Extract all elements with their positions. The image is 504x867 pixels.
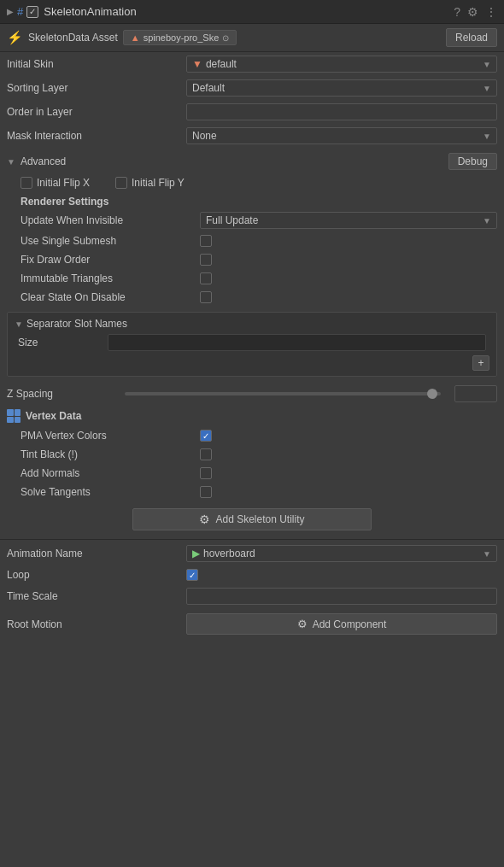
add-skeleton-utility-label: Add Skeleton Utility <box>215 513 304 525</box>
tint-black-checkbox[interactable] <box>200 448 212 460</box>
vertex-data-grid-icon <box>7 409 21 423</box>
settings-icon[interactable]: ⚙ <box>467 5 478 19</box>
advanced-collapse-icon[interactable]: ▼ <box>7 157 15 167</box>
sorting-layer-row: Sorting Layer Default ▼ <box>0 76 504 100</box>
z-spacing-slider[interactable] <box>125 392 441 395</box>
skeleton-asset-button[interactable]: ▲ spineboy-pro_Ske ⊙ <box>123 30 237 45</box>
initial-skin-label: Initial Skin <box>7 58 186 70</box>
use-single-submesh-row: Use Single Submesh <box>0 231 504 250</box>
tint-black-row: Tint Black (!) <box>0 445 504 464</box>
clear-state-checkbox[interactable] <box>200 291 212 303</box>
size-input[interactable]: 0 <box>108 334 486 351</box>
add-normals-checkbox[interactable] <box>200 467 212 479</box>
initial-flip-y-checkbox[interactable] <box>115 177 127 189</box>
separator-size-row: Size 0 <box>11 331 493 354</box>
checkbox-icon[interactable]: ✓ <box>26 6 38 18</box>
update-when-invisible-dropdown[interactable]: Full Update ▼ <box>200 212 497 229</box>
add-normals-row: Add Normals <box>0 464 504 483</box>
clear-state-row: Clear State On Disable <box>0 288 504 307</box>
order-in-layer-row: Order in Layer 0 <box>0 100 504 124</box>
vertex-data-header: Vertex Data <box>0 406 504 426</box>
sorting-layer-value: Default <box>192 82 225 94</box>
pma-vertex-colors-checkbox[interactable] <box>200 430 212 442</box>
mask-dropdown-arrow-icon: ▼ <box>483 132 491 141</box>
add-component-label: Add Component <box>313 618 387 630</box>
initial-flip-x-checkbox[interactable] <box>21 177 32 189</box>
order-in-layer-input[interactable]: 0 <box>186 103 497 120</box>
fix-draw-order-checkbox[interactable] <box>200 254 212 266</box>
initial-skin-dropdown[interactable]: ▼ default ▼ <box>186 56 497 73</box>
separator-add-row: + <box>11 354 493 372</box>
asset-circle-icon: ⊙ <box>222 33 229 43</box>
separator-header: ▼ Separator Slot Names <box>11 316 493 331</box>
bottom-section: Animation Name ▶ hoverboard ▼ Loop Time … <box>0 540 504 641</box>
time-scale-label: Time Scale <box>7 590 186 602</box>
animation-name-dropdown[interactable]: ▶ hoverboard ▼ <box>186 545 497 562</box>
immutable-triangles-label: Immutable Triangles <box>21 272 200 284</box>
initial-skin-value: default <box>206 58 237 70</box>
separator-section: ▼ Separator Slot Names Size 0 + <box>7 312 497 377</box>
vertex-data-title: Vertex Data <box>26 410 81 422</box>
pma-vertex-colors-label: PMA Vertex Colors <box>21 430 200 442</box>
debug-button[interactable]: Debug <box>448 153 497 170</box>
loop-checkbox[interactable] <box>186 569 198 581</box>
initial-flip-x-label: Initial Flip X <box>37 177 90 189</box>
sorting-layer-label: Sorting Layer <box>7 82 186 94</box>
main-panel: ⚡ SkeletonData Asset ▲ spineboy-pro_Ske … <box>0 24 504 641</box>
mask-interaction-label: Mask Interaction <box>7 130 186 142</box>
slider-thumb-icon[interactable] <box>427 389 437 399</box>
animation-name-value: hoverboard <box>203 548 255 559</box>
collapse-arrow-icon[interactable]: ▶ <box>7 7 14 16</box>
initial-skin-row: Initial Skin ▼ default ▼ <box>0 52 504 76</box>
size-label: Size <box>18 337 108 349</box>
asset-icon: ▲ <box>131 32 140 43</box>
root-motion-row: Root Motion ⚙ Add Component <box>0 608 504 640</box>
z-spacing-input[interactable]: 0 <box>454 385 497 402</box>
z-spacing-label: Z Spacing <box>7 388 118 400</box>
hash-icon: # <box>17 5 23 18</box>
animation-icon: ▶ <box>192 548 200 559</box>
sorting-layer-dropdown[interactable]: Default ▼ <box>186 79 497 97</box>
help-icon[interactable]: ? <box>454 5 460 19</box>
immutable-triangles-checkbox[interactable] <box>200 272 212 284</box>
mask-interaction-dropdown[interactable]: None ▼ <box>186 127 497 144</box>
update-when-invisible-row: Update When Invisible Full Update ▼ <box>0 209 504 231</box>
menu-icon[interactable]: ⋮ <box>485 5 497 19</box>
asset-name: spineboy-pro_Ske <box>144 32 220 43</box>
animation-name-label: Animation Name <box>7 548 186 559</box>
add-component-button[interactable]: ⚙ Add Component <box>186 613 497 635</box>
root-motion-label: Root Motion <box>7 618 186 630</box>
window-title: SkeletonAnimation <box>44 5 448 18</box>
order-in-layer-label: Order in Layer <box>7 106 186 118</box>
separator-collapse-icon[interactable]: ▼ <box>15 319 23 329</box>
spine-icon: ⚡ <box>7 30 23 45</box>
flip-y-item: Initial Flip Y <box>115 177 185 189</box>
time-scale-input[interactable]: 1 <box>186 588 497 605</box>
skeleton-data-row: ⚡ SkeletonData Asset ▲ spineboy-pro_Ske … <box>0 24 504 52</box>
advanced-header: ▼ Advanced Debug <box>0 149 504 173</box>
add-skeleton-utility-button[interactable]: ⚙ Add Skeleton Utility <box>132 508 372 530</box>
solve-tangents-checkbox[interactable] <box>200 486 212 498</box>
time-scale-row: Time Scale 1 <box>0 584 504 608</box>
renderer-settings-label: Renderer Settings <box>0 192 504 209</box>
advanced-section: ▼ Advanced Debug Initial Flip X Initial … <box>0 149 504 537</box>
use-single-submesh-checkbox[interactable] <box>200 235 212 247</box>
update-when-invisible-value: Full Update <box>206 214 258 226</box>
flip-x-item: Initial Flip X <box>21 177 90 189</box>
advanced-title: Advanced <box>21 155 443 167</box>
skeleton-data-label: SkeletonData Asset <box>28 32 118 44</box>
z-spacing-row: Z Spacing 0 <box>0 382 504 406</box>
title-bar-actions: ? ⚙ ⋮ <box>454 5 497 19</box>
add-slot-button[interactable]: + <box>472 355 489 371</box>
loop-label: Loop <box>7 569 186 581</box>
mask-interaction-row: Mask Interaction None ▼ <box>0 124 504 148</box>
clear-state-label: Clear State On Disable <box>21 291 200 303</box>
add-normals-label: Add Normals <box>21 467 200 479</box>
add-skeleton-row: ⚙ Add Skeleton Utility <box>0 501 504 537</box>
skin-icon: ▼ <box>192 58 202 70</box>
separator-title: Separator Slot Names <box>26 318 127 330</box>
title-bar: ▶ # ✓ SkeletonAnimation ? ⚙ ⋮ <box>0 0 504 24</box>
reload-button[interactable]: Reload <box>446 28 497 47</box>
update-dropdown-arrow-icon: ▼ <box>483 216 491 226</box>
tint-black-label: Tint Black (!) <box>21 448 200 460</box>
